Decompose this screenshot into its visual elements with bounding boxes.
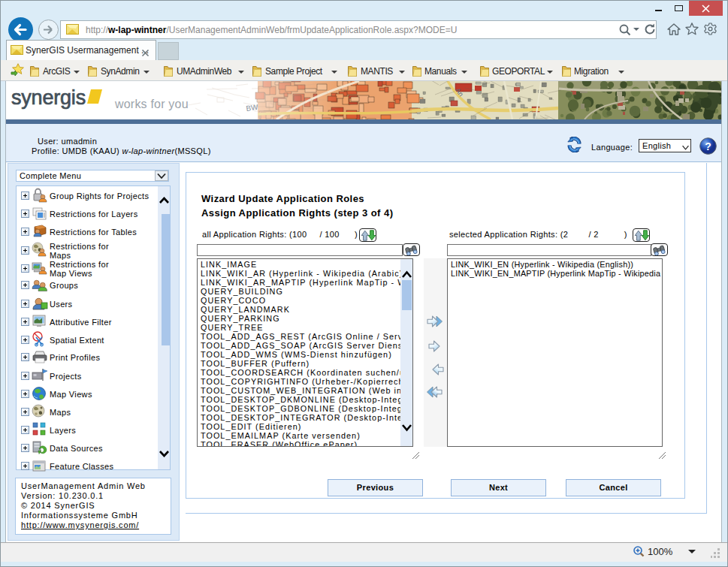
svg-text:?: ? xyxy=(705,140,711,152)
svg-text:BW: BW xyxy=(246,103,259,113)
